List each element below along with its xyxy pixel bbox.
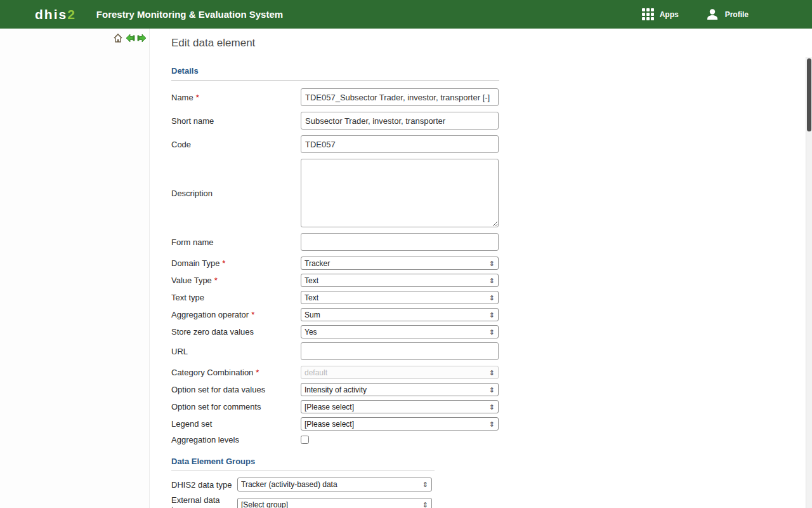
field-row-category-combination: Category Combination* default⇕ — [171, 366, 501, 379]
apps-menu-button[interactable]: Apps — [642, 8, 679, 20]
external-data-type-label: External data type — [171, 495, 220, 508]
apps-grid-icon — [642, 8, 654, 20]
text-type-select[interactable]: Text — [301, 291, 499, 304]
aggregation-operator-label: Aggregation operator — [171, 310, 249, 319]
field-row-text-type: Text type Text⇕ — [171, 291, 501, 304]
next-arrow-icon[interactable] — [137, 33, 147, 43]
value-type-label: Value Type — [171, 276, 212, 285]
dhis2-data-type-select[interactable]: Tracker (activity-based) data — [237, 478, 432, 491]
text-type-label: Text type — [171, 293, 204, 302]
field-row-value-type: Value Type* Text⇕ — [171, 274, 501, 287]
required-marker: * — [214, 276, 218, 285]
main-area: Edit data element Details Name* Short na… — [0, 29, 812, 508]
legend-set-label: Legend set — [171, 419, 212, 429]
field-row-aggregation-operator: Aggregation operator* Sum⇕ — [171, 308, 501, 321]
short-name-input[interactable] — [301, 112, 499, 130]
form-name-input[interactable] — [301, 233, 499, 251]
required-marker: * — [256, 368, 259, 377]
description-label: Description — [171, 189, 213, 198]
dhis2-data-type-label: DHIS2 data type — [171, 480, 232, 490]
name-input[interactable] — [301, 88, 499, 106]
field-row-short-name: Short name — [171, 112, 501, 130]
edit-data-element-form: Edit data element Details Name* Short na… — [171, 29, 514, 508]
external-data-type-select[interactable]: [Select group] — [237, 498, 432, 508]
aggregation-operator-select[interactable]: Sum — [301, 308, 499, 321]
value-type-select[interactable]: Text — [301, 274, 499, 287]
field-row-dhis2-data-type: DHIS2 data type Tracker (activity-based)… — [171, 478, 501, 491]
option-set-values-label: Option set for data values — [171, 385, 265, 394]
header-right: Apps Profile — [642, 8, 812, 22]
legend-set-select[interactable]: [Please select] — [301, 417, 499, 431]
field-row-name: Name* — [171, 88, 501, 106]
store-zero-label: Store zero data values — [171, 327, 254, 337]
logo-accent: 2 — [67, 7, 75, 22]
field-row-legend-set: Legend set [Please select]⇕ — [171, 417, 501, 431]
scrollbar-thumb[interactable] — [807, 58, 811, 131]
description-textarea[interactable] — [301, 159, 499, 227]
aggregation-levels-checkbox[interactable] — [301, 436, 309, 444]
field-row-url: URL — [171, 342, 501, 360]
field-row-option-set-values: Option set for data values Intensity of … — [171, 383, 501, 396]
option-set-values-select[interactable]: Intensity of activity — [301, 383, 499, 396]
home-icon[interactable] — [113, 33, 123, 43]
name-label: Name — [171, 93, 193, 102]
details-section-title: Details — [171, 66, 499, 81]
category-combination-select: default — [301, 366, 499, 379]
groups-section-title: Data Element Groups — [171, 457, 435, 471]
profile-label: Profile — [725, 10, 749, 19]
aggregation-levels-label: Aggregation levels — [171, 435, 239, 444]
form-name-label: Form name — [171, 237, 213, 247]
field-row-description: Description — [171, 159, 501, 227]
domain-type-label: Domain Type — [171, 258, 219, 268]
logo-text: dhis — [35, 7, 67, 22]
apps-label: Apps — [660, 10, 679, 19]
field-row-external-data-type: External data type [Select group]⇕ — [171, 495, 501, 508]
page-title: Edit data element — [171, 37, 514, 50]
required-marker: * — [251, 310, 254, 319]
field-row-store-zero: Store zero data values Yes⇕ — [171, 325, 501, 338]
code-input[interactable] — [301, 135, 499, 153]
field-row-aggregation-levels: Aggregation levels — [171, 434, 501, 445]
dhis2-logo[interactable]: dhis2 — [35, 7, 75, 22]
option-set-comments-select[interactable]: [Please select] — [301, 400, 499, 413]
domain-type-select[interactable]: Tracker — [301, 257, 499, 270]
short-name-label: Short name — [171, 116, 214, 126]
field-row-option-set-comments: Option set for comments [Please select]⇕ — [171, 400, 501, 413]
field-row-code: Code — [171, 135, 501, 153]
category-combination-label: Category Combination — [171, 368, 253, 377]
field-row-domain-type: Domain Type* Tracker⇕ — [171, 257, 501, 270]
code-label: Code — [171, 140, 191, 149]
page-nav-icons — [113, 33, 147, 43]
url-input[interactable] — [301, 342, 499, 360]
store-zero-select[interactable]: Yes — [301, 325, 499, 338]
required-marker: * — [196, 93, 199, 102]
field-row-form-name: Form name — [171, 233, 501, 251]
scrollbar[interactable] — [806, 57, 812, 508]
required-marker: * — [222, 258, 225, 268]
option-set-comments-label: Option set for comments — [171, 402, 261, 411]
sidebar — [0, 29, 150, 508]
profile-icon — [705, 8, 719, 22]
url-label: URL — [171, 347, 188, 356]
previous-arrow-icon[interactable] — [125, 33, 135, 43]
app-title: Forestry Monitoring & Evaluation System — [96, 9, 283, 20]
top-header-bar: dhis2 Forestry Monitoring & Evaluation S… — [0, 0, 812, 29]
profile-menu-button[interactable]: Profile — [705, 8, 749, 22]
